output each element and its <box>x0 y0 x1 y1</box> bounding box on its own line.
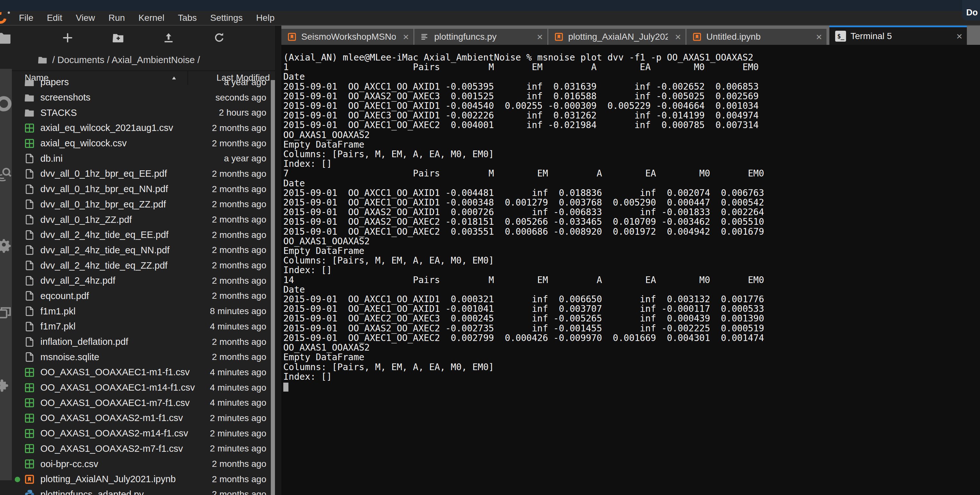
new-launcher-plus-icon[interactable] <box>61 32 74 44</box>
menu-view[interactable]: View <box>69 13 102 23</box>
breadcrumb[interactable]: / Documents / Axial_AmbientNoise / <box>12 52 275 68</box>
tab-untitled-ipynb[interactable]: Untitled.ipynb× <box>686 29 826 45</box>
file-name: screenshots <box>40 92 215 103</box>
menu-settings[interactable]: Settings <box>204 13 249 23</box>
file-modified-time: 2 months ago <box>212 276 271 286</box>
file-row[interactable]: axial_eq_wilcock_2021aug1.csv2 months ag… <box>12 121 271 136</box>
menu-bar: FileEditViewRunKernelTabsSettingsHelp <box>0 11 980 25</box>
menu-help[interactable]: Help <box>249 13 282 23</box>
inspector-icon[interactable] <box>0 166 12 182</box>
file-modified-time: 4 minutes ago <box>210 322 271 332</box>
file-row[interactable]: ooi-bpr-cc.csv2 months ago <box>12 456 271 472</box>
file-row[interactable]: dvv_all_2_4hz_tide_eq_NN.pdf2 months ago <box>12 243 271 258</box>
file-row[interactable]: axial_eq_wilcock.csv2 months ago <box>12 136 271 151</box>
file-row[interactable]: db.inia year ago <box>12 151 271 166</box>
tab-label: Untitled.ipynb <box>706 32 809 42</box>
file-row[interactable]: OO_AXAS1_OOAXAS2-m14-f1.csv2 minutes ago <box>12 426 271 441</box>
tab-close-icon[interactable]: × <box>400 32 409 42</box>
csv-file-icon <box>24 413 35 424</box>
folder-icon[interactable] <box>0 29 12 46</box>
file-row[interactable]: OO_AXAS1_OOAXAEC1-m14-f1.csv4 minutes ag… <box>12 380 271 395</box>
file-row[interactable]: f1m1.pkl8 minutes ago <box>12 303 271 319</box>
file-name: OO_AXAS1_OOAXAEC1-m1-f1.csv <box>40 367 210 378</box>
file-modified-time: 2 hours ago <box>219 108 271 118</box>
file-row[interactable]: dvv_all_0_1hz_bpr_eq_NN.pdf2 months ago <box>12 182 271 197</box>
os-popup-fragment: Do <box>962 0 980 21</box>
menu-tabs[interactable]: Tabs <box>171 13 204 23</box>
new-folder-icon[interactable] <box>112 32 125 44</box>
tab-close-icon[interactable]: × <box>534 32 543 42</box>
tab-terminal-5[interactable]: $_Terminal 5× <box>829 25 967 45</box>
file-modified-time: 2 minutes ago <box>210 428 271 439</box>
tab-close-icon[interactable]: × <box>672 32 681 42</box>
tab-plottingfuncs-py[interactable]: plottingfuncs.py× <box>414 29 547 45</box>
menu-file[interactable]: File <box>12 13 40 23</box>
file-row[interactable]: f1m7.pkl4 minutes ago <box>12 319 271 334</box>
file-modified-time: 2 months ago <box>212 138 271 149</box>
file-row[interactable]: eqcount.pdf2 months ago <box>12 289 271 304</box>
file-file-icon <box>24 352 35 362</box>
file-modified-time: 2 months ago <box>212 184 271 194</box>
tab-plotting-axialan-july2021[interactable]: plotting_AxialAN_July2021× <box>548 29 686 45</box>
file-modified-time: a year ago <box>224 153 271 163</box>
file-row[interactable]: OO_AXAS1_OOAXAS2-m7-f1.csv2 minutes ago <box>12 441 271 457</box>
tab-label: Terminal 5 <box>851 31 949 41</box>
file-name: f1m7.pkl <box>40 321 210 332</box>
menu-edit[interactable]: Edit <box>40 13 69 23</box>
main-layout: / Documents / Axial_AmbientNoise / Name … <box>0 25 980 495</box>
file-list-scrollbar[interactable] <box>271 80 275 495</box>
tab-close-icon[interactable]: × <box>954 31 963 41</box>
file-row[interactable]: screenshotsseconds ago <box>12 90 271 105</box>
settings-icon[interactable] <box>0 236 12 253</box>
csv-file-icon <box>24 443 35 454</box>
file-modified-time: a year ago <box>224 80 271 87</box>
file-row[interactable]: msnoise.sqlite2 months ago <box>12 349 271 365</box>
file-row[interactable]: dvv_all_0_1hz_ZZ.pdf2 months ago <box>12 212 271 227</box>
file-row[interactable]: inflation_deflation.pdf2 months ago <box>12 334 271 350</box>
extensions-icon[interactable] <box>0 377 12 394</box>
file-row[interactable]: papersa year ago <box>12 80 271 90</box>
breadcrumb-folder-icon[interactable] <box>38 55 48 65</box>
window-title-strip <box>0 0 980 11</box>
jupyterlab-window: { "os_popup": { "text": "Do" }, "menu_ba… <box>0 0 980 495</box>
terminal-panel[interactable]: (Axial_AN) mlee@MLee-iMac Axial_AmbientN… <box>282 45 980 495</box>
file-file-icon <box>24 153 35 164</box>
file-row[interactable]: dvv_all_2_4hz.pdf2 months ago <box>12 273 271 289</box>
tab-label: plottingfuncs.py <box>434 32 530 42</box>
breadcrumb-path[interactable]: / Documents / Axial_AmbientNoise / <box>52 55 200 65</box>
file-row[interactable]: OO_AXAS1_OOAXAEC1-m1-f1.csv4 minutes ago <box>12 365 271 380</box>
csv-file-icon <box>24 138 35 149</box>
file-row[interactable]: OO_AXAS1_OOAXAS2-m1-f1.csv2 minutes ago <box>12 411 271 426</box>
file-name: dvv_all_2_4hz_tide_eq_NN.pdf <box>40 245 212 255</box>
file-row[interactable]: STACKS2 hours ago <box>12 105 271 121</box>
file-row[interactable]: dvv_all_0_1hz_bpr_eq_EE.pdf2 months ago <box>12 166 271 182</box>
terminal-output: (Axial_AN) mlee@MLee-iMac Axial_AmbientN… <box>283 53 980 392</box>
jupyter-logo-icon <box>0 11 10 24</box>
running-icon[interactable] <box>0 95 12 112</box>
file-name: dvv_all_0_1hz_bpr_eq_EE.pdf <box>40 168 212 179</box>
file-file-icon <box>24 336 35 347</box>
file-row[interactable]: dvv_all_0_1hz_bpr_eq_ZZ.pdf2 months ago <box>12 197 271 212</box>
panel-resize-divider[interactable] <box>275 25 282 495</box>
file-modified-time: 2 months ago <box>212 260 271 271</box>
file-row[interactable]: OO_AXAS1_OOAXAEC1-m7-f1.csv4 minutes ago <box>12 395 271 411</box>
jupyter-logo-arc <box>0 10 9 26</box>
refresh-icon[interactable] <box>213 32 226 44</box>
tab-seismoworkshopmsnoisel[interactable]: SeismoWorkshopMSNoiseL× <box>282 29 414 45</box>
upload-icon[interactable] <box>162 32 175 44</box>
file-modified-time: 2 months ago <box>212 169 271 179</box>
file-row[interactable]: plottingfuncs_adapted.py2 months ago <box>12 487 271 495</box>
tabs-icon[interactable] <box>0 305 12 322</box>
file-row[interactable]: dvv_all_2_4hz_tide_eq_ZZ.pdf2 months ago <box>12 258 271 273</box>
terminal-icon: $_ <box>835 31 846 41</box>
menu-run[interactable]: Run <box>102 13 132 23</box>
tab-close-icon[interactable]: × <box>813 32 822 42</box>
file-name: OO_AXAS1_OOAXAEC1-m7-f1.csv <box>40 398 210 408</box>
file-file-icon <box>24 290 35 301</box>
file-row[interactable]: plotting_AxialAN_July2021.ipynb2 months … <box>12 472 271 487</box>
menu-kernel[interactable]: Kernel <box>132 13 171 23</box>
file-modified-time: 2 months ago <box>212 459 271 469</box>
file-file-icon <box>24 321 35 332</box>
file-row[interactable]: dvv_all_2_4hz_tide_eq_EE.pdf2 months ago <box>12 227 271 243</box>
notebook-icon <box>692 32 702 41</box>
